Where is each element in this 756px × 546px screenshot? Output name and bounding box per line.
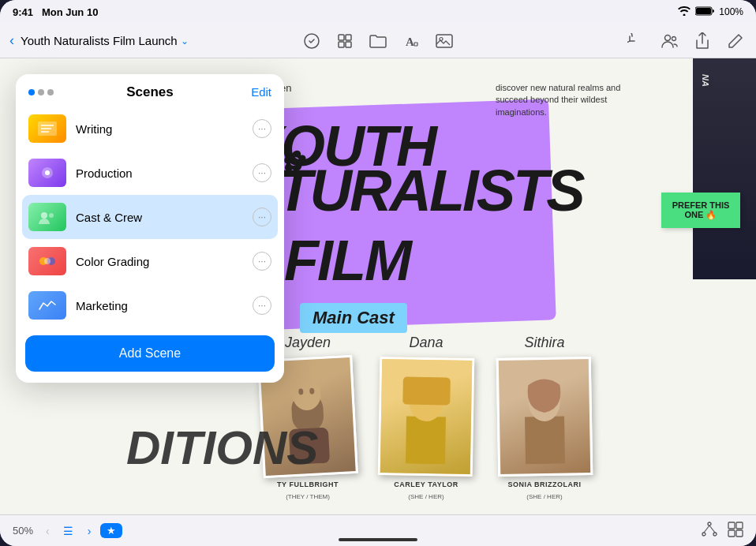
svg-rect-5 [339,42,344,47]
ipad-frame: 9:41 Mon Jun 10 100% ‹ Youth Naturalists… [0,0,756,546]
svg-point-38 [708,522,711,525]
svg-point-32 [45,170,50,175]
toolbar-right [625,30,747,52]
svg-line-41 [704,525,709,533]
svg-rect-24 [402,376,451,405]
scenes-panel: Scenes Edit Writing ··· [16,74,284,383]
share-icon[interactable] [691,30,713,52]
scene-more-color-grading[interactable]: ··· [253,252,271,271]
scene-more-cast-crew[interactable]: ··· [253,208,271,226]
scene-thumb-cast-crew [28,203,66,231]
scene-item-production[interactable]: Production ··· [22,151,278,195]
scene-thumb-marketing [28,291,66,320]
scene-label-cast-crew: Cast & Crew [76,211,243,224]
scene-item-color-grading[interactable]: Color Grading ··· [22,239,278,283]
folder-icon[interactable] [367,30,389,52]
svg-rect-3 [339,35,344,40]
canvas-bg: PORTALGRAPHICS CAMERA: MACRO LENS STEADY… [0,58,756,514]
svg-point-40 [713,533,717,536]
svg-rect-43 [728,522,735,529]
hierarchy-icon[interactable] [701,522,718,540]
toolbar: ‹ Youth Naturalists Film Launch ⌄ A [0,24,756,58]
svg-point-37 [44,258,51,264]
svg-rect-9 [436,35,452,47]
main-cast-label: Main Cast [300,303,407,333]
scene-label-marketing: Marketing [76,299,243,312]
svg-text:A: A [406,36,414,48]
text-icon[interactable]: A [400,30,422,52]
scene-label-color-grading: Color Grading [76,255,243,268]
undo-icon[interactable] [625,30,647,52]
star-badge[interactable]: ★ [100,523,122,538]
svg-rect-25 [525,417,565,465]
scene-label-writing: Writing [76,122,243,136]
scene-thumb-color-grading [28,247,66,275]
svg-point-34 [49,213,54,218]
prev-page-button[interactable]: ‹ [43,523,53,539]
doc-dropdown-arrow[interactable]: ⌄ [181,36,189,47]
layout-icon[interactable] [334,30,356,52]
image-icon[interactable] [433,30,455,52]
canvas-area: PORTALGRAPHICS CAMERA: MACRO LENS STEADY… [0,58,756,514]
next-page-button[interactable]: › [84,523,95,539]
svg-rect-4 [346,35,351,40]
dot-1 [28,89,35,95]
svg-rect-46 [736,530,743,537]
svg-rect-1 [696,8,711,14]
annotate-icon[interactable] [301,30,323,52]
discover-text: discover new natural realms and succeed … [496,82,638,118]
scene-thumb-writing [28,114,66,143]
star-icon: ★ [107,525,116,537]
status-bar: 9:41 Mon Jun 10 100% [0,0,756,24]
scenes-header: Scenes Edit [16,74,284,107]
scene-more-writing[interactable]: ··· [253,119,271,138]
battery-percent: 100% [719,6,743,17]
cast-item-3: Sithira SONIA BRIZZOLARI (SHE / HER) [497,335,592,500]
edit-pencil-icon[interactable] [724,30,747,52]
svg-point-11 [665,35,671,40]
doc-title-text: Youth Naturalists Film Launch [21,34,178,47]
sticky-note: PREFER THIS ONE 🔥 [661,193,740,228]
people-icon[interactable] [658,30,680,52]
cast-item-2: Dana CARLEY TAYLOR (SHE / HER) [379,335,473,500]
bottom-bar: 50% ‹ ☰ › ★ [0,514,756,546]
home-indicator [339,538,417,541]
grid-view-icon[interactable] [728,522,743,540]
svg-point-33 [41,212,47,219]
dot-2 [38,89,44,95]
film-title-film: FILM [284,228,410,293]
bottom-right [701,522,743,540]
svg-rect-44 [736,522,743,529]
svg-rect-8 [414,43,417,46]
battery-icon [695,6,714,18]
svg-rect-22 [406,417,446,465]
scene-item-marketing[interactable]: Marketing ··· [22,283,278,327]
add-scene-button[interactable]: Add Scene [25,335,275,372]
scene-item-cast-crew[interactable]: Cast & Crew ··· [22,195,278,239]
panel-dots [28,89,54,95]
svg-point-12 [672,36,676,40]
svg-rect-6 [346,42,351,47]
dot-3 [47,89,54,95]
scene-item-writing[interactable]: Writing ··· [22,107,278,151]
scene-more-production[interactable]: ··· [253,163,271,182]
zoom-level: 50% [13,525,33,537]
scenes-title: Scenes [126,84,174,100]
scene-label-production: Production [76,166,243,180]
svg-point-39 [702,533,705,536]
list-view-button[interactable]: ☰ [59,522,78,540]
scenes-edit-button[interactable]: Edit [251,85,271,99]
auditions-partial-text: DITIONS [126,421,318,475]
scene-more-marketing[interactable]: ··· [253,296,271,315]
back-button[interactable]: ‹ [9,32,14,49]
svg-rect-45 [728,530,735,537]
wifi-icon [678,6,691,18]
nav-arrows: ‹ ☰ › [43,522,94,540]
status-right: 100% [678,6,743,18]
scene-thumb-production [28,159,66,187]
svg-line-42 [709,525,715,533]
doc-title: Youth Naturalists Film Launch ⌄ [21,34,189,47]
status-time: 9:41 Mon Jun 10 [13,6,98,18]
scenes-list: Writing ··· Production ··· [16,107,284,327]
cast-container: Jayden TY FULLBRIGHT [260,335,592,500]
